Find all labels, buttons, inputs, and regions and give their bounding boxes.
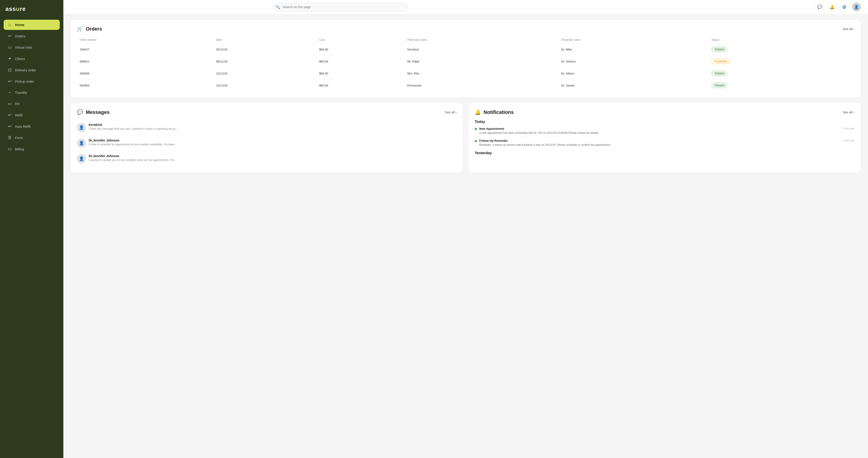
order-status-cell: Shipped — [709, 80, 855, 91]
list-item[interactable]: 👤 Dr.Jennifer Johnson I wanted to update… — [77, 151, 457, 166]
order-cost-cell: $60.00 — [316, 43, 405, 56]
list-item[interactable]: 👤 Dr.Jennifer Johnson I'd like to schedu… — [77, 135, 457, 151]
sender-name: Kendrick — [89, 123, 457, 127]
notifications-see-all[interactable]: See all › — [843, 111, 855, 114]
search-bar: 🔍 — [273, 3, 408, 11]
sidebar-nav: ⌂ Home ↩ Orders ▭ Virtual Visit ✦ Clinic… — [4, 20, 60, 154]
sidebar-item-label: Form — [15, 136, 23, 140]
user-avatar[interactable]: 👤 — [852, 3, 861, 11]
col-physician: Physician name — [558, 36, 709, 43]
sidebar-item-label: Auto Refill — [15, 124, 30, 128]
sidebar-item-label: RX — [15, 102, 20, 106]
notification-dot — [475, 140, 477, 142]
messages-see-all[interactable]: See all › — [445, 111, 457, 114]
order-number-cell: 888921 — [77, 56, 213, 67]
order-date-cell: 13/12/24 — [213, 80, 316, 91]
sidebar-item-label: Delivery order — [15, 68, 36, 72]
notification-text: A new appointment has been scheduled wit… — [479, 131, 855, 135]
notifications-card-header: 🔔 Notifications See all › — [475, 109, 855, 115]
messages-card-title: Messages — [86, 109, 110, 115]
order-status-cell: Shipped — [709, 43, 855, 56]
sender-name: Dr.Jennifer Johnson — [89, 154, 457, 158]
clinics-icon: ✦ — [7, 56, 12, 61]
notifications-card-title: Notifications — [484, 109, 514, 115]
sidebar-item-rx[interactable]: ▭ RX — [4, 98, 60, 109]
sidebar-item-label: Clinics — [15, 57, 25, 61]
form-icon: ☰ — [7, 135, 12, 140]
chevron-right-icon: › — [853, 27, 855, 31]
list-item: Follow-Up Reminder 2 mins ago Reminder: … — [475, 139, 855, 147]
order-status-cell: Shipped — [709, 67, 855, 80]
notification-title: New Appointment — [479, 127, 504, 130]
sidebar-item-pickup-order[interactable]: ↩ Pickup order — [4, 76, 60, 87]
sidebar-item-auto-refill[interactable]: ↩ Auto Refill — [4, 121, 60, 131]
sidebar-item-clinics[interactable]: ✦ Clinics — [4, 54, 60, 64]
orders-table-head: Order number Date Cost Pharmacy name Phy… — [77, 36, 855, 43]
table-row: 156427 02/12/24 $60.00 Kendrick Dr. Mike… — [77, 43, 855, 56]
virtual-visit-icon: ▭ — [7, 45, 12, 50]
notification-section-title: Yesterday — [475, 151, 855, 155]
transfer-icon: ↔ — [7, 90, 12, 95]
avatar: 👤 — [77, 123, 86, 132]
notifications-card-icon: 🔔 — [475, 109, 481, 115]
content-area: 🛒 Orders See all › Order number Date Cos… — [63, 14, 868, 458]
message-content: Dr.Jennifer Johnson I wanted to update y… — [89, 154, 457, 162]
sidebar-item-refill[interactable]: ↩ Refill — [4, 110, 60, 120]
sidebar-item-virtual-visit[interactable]: ▭ Virtual Visit — [4, 42, 60, 53]
order-number-cell: 156427 — [77, 43, 213, 56]
header: 🔍 💬 🔔 ⚙️ 👤 — [63, 0, 868, 14]
notification-row: Follow-Up Reminder 2 mins ago — [479, 139, 855, 143]
orders-header-row: Order number Date Cost Pharmacy name Phy… — [77, 36, 855, 43]
settings-button[interactable]: ⚙️ — [840, 3, 848, 11]
messages-card-icon: 💬 — [77, 109, 83, 115]
avatar: 👤 — [77, 154, 86, 163]
sidebar: assure ⌂ Home ↩ Orders ▭ Virtual Visit ✦… — [0, 0, 63, 458]
order-cost-cell: $60.00 — [316, 67, 405, 80]
sidebar-item-transfer[interactable]: ↔ Transfer — [4, 87, 60, 98]
list-item[interactable]: 👤 Kendrick I hope this message finds you… — [77, 120, 457, 135]
sidebar-item-orders[interactable]: ↩ Orders — [4, 31, 60, 41]
order-date-cell: 02/12/24 — [213, 43, 316, 56]
sidebar-item-delivery-order[interactable]: ⊡ Delivery order — [4, 65, 60, 75]
chevron-right-icon: › — [456, 111, 457, 114]
order-cost-cell: $60.00 — [316, 80, 405, 91]
order-physician-cell: Dr. James — [558, 80, 709, 91]
message-content: Kendrick I hope this message finds you w… — [89, 123, 457, 130]
sidebar-item-billing[interactable]: ▭ Billing — [4, 144, 60, 154]
orders-icon: ↩ — [7, 33, 12, 38]
avatar: 👤 — [77, 139, 86, 148]
orders-card-title: Orders — [86, 26, 102, 32]
order-pharmacy-cell: Mr. Elijah — [405, 56, 558, 67]
list-item: New Appointment 2 mins ago A new appoint… — [475, 127, 855, 135]
notifications-title-wrap: 🔔 Notifications — [475, 109, 514, 115]
sidebar-item-label: Billing — [15, 147, 24, 151]
sidebar-item-form[interactable]: ☰ Form — [4, 132, 60, 143]
search-input[interactable] — [273, 3, 408, 11]
notification-dot — [475, 128, 477, 130]
notification-button[interactable]: 🔔 — [828, 3, 836, 11]
sidebar-item-label: Pickup order — [15, 80, 34, 83]
orders-card-header: 🛒 Orders See all › — [77, 26, 855, 32]
sidebar-item-label: Refill — [15, 113, 22, 117]
orders-table-body: 156427 02/12/24 $60.00 Kendrick Dr. Mike… — [77, 43, 855, 91]
col-pharmacy: Pharmacy name — [405, 36, 558, 43]
status-badge: Shipped — [711, 83, 727, 88]
orders-see-all[interactable]: See all › — [843, 27, 855, 31]
message-preview: I wanted to update you on my condition s… — [89, 158, 457, 162]
message-button[interactable]: 💬 — [815, 3, 824, 11]
sidebar-item-label: Virtual Visit — [15, 45, 32, 49]
search-icon: 🔍 — [276, 5, 280, 9]
order-pharmacy-cell: Mrs. Rita — [405, 67, 558, 80]
message-preview: I'd like to schedule an appointment at y… — [89, 143, 457, 146]
sidebar-item-home[interactable]: ⌂ Home — [4, 20, 60, 30]
message-content: Dr.Jennifer Johnson I'd like to schedule… — [89, 139, 457, 146]
status-badge: Shipped — [711, 47, 727, 52]
sender-name: Dr.Jennifer Johnson — [89, 139, 457, 142]
order-date-cell: 06/11/24 — [213, 56, 316, 67]
messages-list: 👤 Kendrick I hope this message finds you… — [77, 120, 457, 166]
status-badge: In process — [711, 59, 730, 64]
refill-icon: ↩ — [7, 113, 12, 118]
messages-title-wrap: 💬 Messages — [77, 109, 110, 115]
status-badge: Shipped — [711, 71, 727, 76]
orders-card-icon: 🛒 — [77, 26, 83, 32]
